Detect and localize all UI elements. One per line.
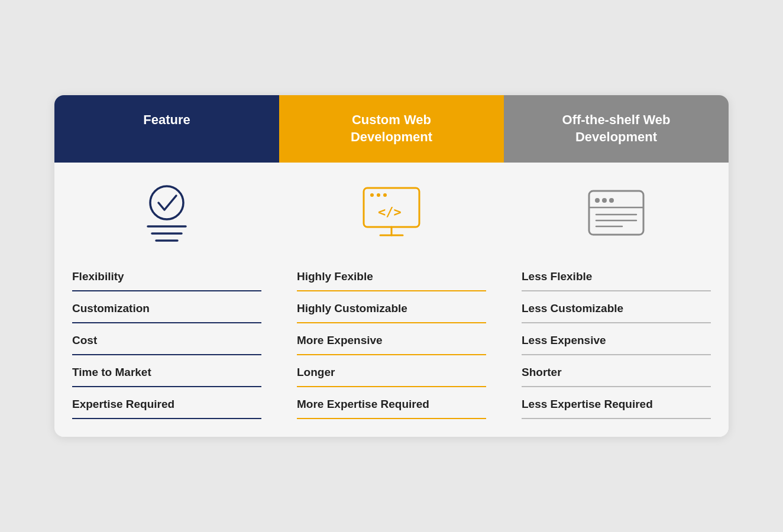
custom-cost: More Expensive	[279, 323, 504, 355]
divider-navy	[72, 418, 261, 419]
feature-flexibility: Flexibility	[54, 259, 279, 291]
shelf-flexibility: Less Flexible	[504, 259, 729, 291]
svg-text:</>: </>	[378, 205, 402, 219]
shelf-customization: Less Customizable	[504, 291, 729, 323]
svg-point-14	[609, 198, 614, 203]
svg-point-5	[370, 193, 374, 197]
header-feature-label: Feature	[143, 112, 190, 127]
comparison-table: Feature Custom WebDevelopment Off-the-sh…	[54, 95, 729, 436]
divider-gray	[522, 418, 711, 419]
divider-gold	[297, 418, 486, 419]
shelf-cost: Less Expensive	[504, 323, 729, 355]
feature-expertise: Expertise Required	[54, 387, 279, 419]
svg-point-13	[602, 198, 607, 203]
shelf-time-to-market: Shorter	[504, 355, 729, 387]
feature-customization: Customization	[54, 291, 279, 323]
table-row: Customization Highly Customizable Less C…	[54, 291, 729, 323]
custom-icon-cell: </>	[279, 180, 504, 248]
header-shelf-label: Off-the-shelf WebDevelopment	[562, 112, 671, 144]
icon-row: </>	[54, 163, 729, 259]
table-row: Flexibility Highly Fexible Less Flexible	[54, 259, 729, 291]
custom-flexibility: Highly Fexible	[279, 259, 504, 291]
feature-icon	[131, 180, 202, 248]
svg-rect-11	[589, 191, 643, 235]
shelf-icon-cell	[504, 180, 729, 248]
custom-expertise: More Expertise Required	[279, 387, 504, 419]
svg-point-0	[150, 186, 183, 219]
feature-cost: Cost	[54, 323, 279, 355]
table-row: Cost More Expensive Less Expensive	[54, 323, 729, 355]
table-row: Expertise Required More Expertise Requir…	[54, 387, 729, 419]
feature-time-to-market: Time to Market	[54, 355, 279, 387]
table-row: Time to Market Longer Shorter	[54, 355, 729, 387]
header-feature: Feature	[54, 95, 279, 162]
custom-dev-icon: </>	[359, 183, 424, 245]
svg-point-12	[595, 198, 600, 203]
table-header: Feature Custom WebDevelopment Off-the-sh…	[54, 95, 729, 162]
svg-point-6	[377, 193, 380, 197]
header-shelf: Off-the-shelf WebDevelopment	[504, 95, 729, 162]
shelf-expertise: Less Expertise Required	[504, 387, 729, 419]
feature-icon-cell	[54, 180, 279, 248]
custom-time-to-market: Longer	[279, 355, 504, 387]
svg-point-7	[383, 193, 387, 197]
header-custom-label: Custom WebDevelopment	[351, 112, 432, 144]
header-custom: Custom WebDevelopment	[279, 95, 504, 162]
custom-customization: Highly Customizable	[279, 291, 504, 323]
shelf-dev-icon	[587, 189, 646, 239]
data-rows: Flexibility Highly Fexible Less Flexible…	[54, 259, 729, 437]
